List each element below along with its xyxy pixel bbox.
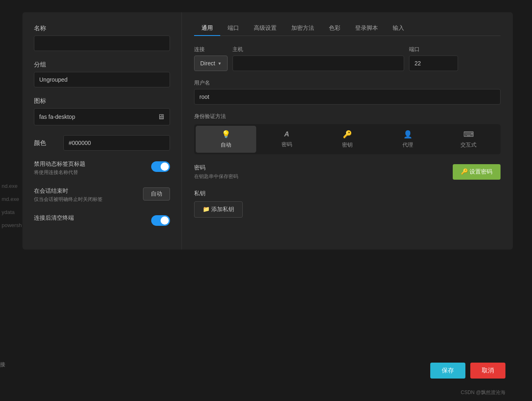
tab-port[interactable]: 端口 xyxy=(220,21,246,36)
auth-key-button[interactable]: 🔑 密钥 xyxy=(317,126,378,153)
auth-password-label: 密码 xyxy=(282,141,292,148)
tab-input[interactable]: 输入 xyxy=(385,21,411,36)
color-input[interactable] xyxy=(63,135,170,151)
name-label: 名称 xyxy=(34,25,170,32)
username-input[interactable] xyxy=(194,89,501,105)
disable-tabs-text: 禁用动态标签页标题 将使用连接名称代替 xyxy=(34,160,146,176)
watermark: CSDN @飘然渡沧海 xyxy=(460,389,505,396)
tab-advanced[interactable]: 高级设置 xyxy=(246,21,284,36)
connection-type-section: 连接 Direct ▼ xyxy=(194,46,228,71)
connection-type-value: Direct xyxy=(200,60,215,67)
password-info: 密码 在钥匙串中保存密码 xyxy=(194,164,238,180)
name-field-group: 名称 xyxy=(34,25,170,51)
clear-terminal-label: 连接后清空终端 xyxy=(34,214,146,222)
name-input[interactable] xyxy=(34,36,170,51)
auth-agent-label: 代理 xyxy=(402,141,413,149)
icon-field-container: 🖥 xyxy=(34,108,170,125)
username-label: 用户名 xyxy=(194,79,501,87)
auth-interactive-button[interactable]: ⌨ 交互式 xyxy=(438,126,499,153)
set-password-button[interactable]: 🔑 设置密码 xyxy=(453,164,501,180)
tab-login-script[interactable]: 登录脚本 xyxy=(348,21,385,36)
host-section: 主机 xyxy=(232,46,404,71)
text-a-icon: A xyxy=(284,130,289,138)
key-icon: 🔑 xyxy=(343,130,352,139)
disable-tabs-label: 禁用动态标签页标题 xyxy=(34,160,146,168)
group-label: 分组 xyxy=(34,61,170,69)
color-label: 颜色 xyxy=(34,139,58,147)
username-section: 用户名 xyxy=(194,79,501,105)
icon-input[interactable] xyxy=(39,114,157,120)
auth-section: 身份验证方法 💡 自动 A 密码 🔑 密钥 👤 代理 xyxy=(194,113,501,154)
tab-bar: 通用 端口 高级设置 加密方法 色彩 登录脚本 输入 xyxy=(194,21,501,36)
connection-row: 连接 Direct ▼ 主机 端口 xyxy=(194,46,501,71)
connection-dialog: 名称 分组 图标 🖥 颜色 禁用动态标签页标题 将使用连接名称代替 xyxy=(22,12,513,250)
background-bottom: 接 xyxy=(0,361,5,368)
password-label: 密码 xyxy=(194,164,238,172)
auth-password-button[interactable]: A 密码 xyxy=(256,126,317,153)
group-input[interactable] xyxy=(34,72,170,87)
chevron-down-icon: ▼ xyxy=(218,61,222,66)
session-end-text: 在会话结束时 仅当会话被明确终止时关闭标签 xyxy=(34,187,103,203)
color-row: 颜色 xyxy=(34,135,170,151)
auth-agent-button[interactable]: 👤 代理 xyxy=(378,126,438,153)
dialog-footer: 保存 取消 xyxy=(430,363,505,379)
clear-terminal-text: 连接后清空终端 xyxy=(34,214,146,223)
auth-label: 身份验证方法 xyxy=(194,113,501,120)
add-private-key-button[interactable]: 📁 添加私钥 xyxy=(194,201,243,218)
private-key-label: 私钥 xyxy=(194,190,501,197)
disable-tabs-sub: 将使用连接名称代替 xyxy=(34,169,146,176)
background-processes: nd.exe md.exe ydata powersh xyxy=(0,180,22,232)
lightbulb-icon: 💡 xyxy=(221,130,230,139)
keyboard-icon: ⌨ xyxy=(463,130,474,139)
session-end-label: 在会话结束时 xyxy=(34,187,103,195)
agent-icon: 👤 xyxy=(403,130,412,139)
session-end-button[interactable]: 自动 xyxy=(143,187,170,200)
auth-auto-label: 自动 xyxy=(221,141,231,149)
tab-encryption[interactable]: 加密方法 xyxy=(284,21,322,36)
tab-color[interactable]: 色彩 xyxy=(322,21,348,36)
clear-terminal-toggle-row: 连接后清空终端 xyxy=(34,214,170,226)
disable-tabs-toggle-row: 禁用动态标签页标题 将使用连接名称代替 xyxy=(34,160,170,176)
password-section: 密码 在钥匙串中保存密码 🔑 设置密码 xyxy=(194,164,501,180)
connection-type-button[interactable]: Direct ▼ xyxy=(194,56,228,71)
left-panel: 名称 分组 图标 🖥 颜色 禁用动态标签页标题 将使用连接名称代替 xyxy=(22,12,182,250)
right-panel: 通用 端口 高级设置 加密方法 色彩 登录脚本 输入 连接 Direct ▼ 主… xyxy=(182,12,513,250)
auth-auto-button[interactable]: 💡 自动 xyxy=(196,126,256,153)
password-sub: 在钥匙串中保存密码 xyxy=(194,173,238,180)
clear-terminal-toggle[interactable] xyxy=(151,215,170,226)
auth-buttons-container: 💡 自动 A 密码 🔑 密钥 👤 代理 ⌨ 交互式 xyxy=(194,124,501,154)
private-key-section: 私钥 📁 添加私钥 xyxy=(194,190,501,218)
auth-key-label: 密钥 xyxy=(342,141,353,149)
host-label: 主机 xyxy=(232,46,404,53)
tab-general[interactable]: 通用 xyxy=(194,21,220,36)
save-button[interactable]: 保存 xyxy=(430,363,465,379)
auth-interactive-label: 交互式 xyxy=(460,141,476,149)
icon-field-group: 图标 🖥 xyxy=(34,97,170,125)
connection-label: 连接 xyxy=(194,46,228,53)
host-input[interactable] xyxy=(232,56,404,71)
session-end-sub: 仅当会话被明确终止时关闭标签 xyxy=(34,196,103,203)
group-field-group: 分组 xyxy=(34,61,170,87)
port-label: 端口 xyxy=(409,46,458,53)
port-input[interactable] xyxy=(409,56,458,71)
disable-tabs-toggle[interactable] xyxy=(151,161,170,172)
port-section: 端口 xyxy=(409,46,458,71)
session-end-row: 在会话结束时 仅当会话被明确终止时关闭标签 自动 xyxy=(34,187,170,203)
cancel-button[interactable]: 取消 xyxy=(470,363,505,379)
icon-label: 图标 xyxy=(34,97,170,105)
monitor-icon: 🖥 xyxy=(157,113,165,121)
